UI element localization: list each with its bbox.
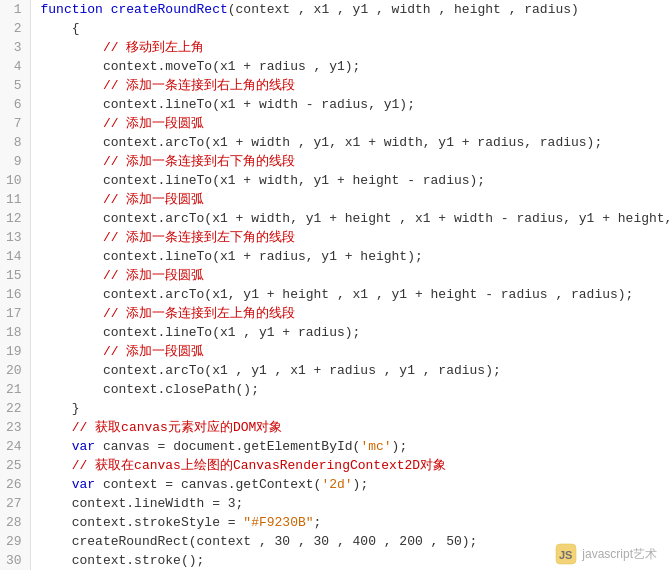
line-number: 27 [0, 494, 30, 513]
code-token: context.lineWidth = 3; [41, 496, 244, 511]
line-number: 26 [0, 475, 30, 494]
code-line: 3 // 移动到左上角 [0, 38, 669, 57]
line-content: // 添加一段圆弧 [30, 190, 669, 209]
code-line: 28 context.strokeStyle = "#F9230B"; [0, 513, 669, 532]
code-token: // 添加一条连接到左上角的线段 [41, 306, 296, 321]
code-token: ); [353, 477, 369, 492]
line-content: var context = canvas.getContext('2d'); [30, 475, 669, 494]
code-viewer: 1function createRoundRect(context , x1 ,… [0, 0, 669, 573]
code-token: y1 [353, 2, 369, 17]
code-token: ); [392, 439, 408, 454]
line-content: context.lineTo(x1 , y1 + radius); [30, 323, 669, 342]
line-content: // 添加一段圆弧 [30, 266, 669, 285]
code-line: 5 // 添加一条连接到右上角的线段 [0, 76, 669, 95]
line-content: context.closePath(); [30, 380, 669, 399]
code-line: 16 context.arcTo(x1, y1 + height , x1 , … [0, 285, 669, 304]
code-line: 27 context.lineWidth = 3; [0, 494, 669, 513]
line-content: } [30, 399, 669, 418]
code-token: // 添加一条连接到右下角的线段 [41, 154, 296, 169]
code-line: 9 // 添加一条连接到右下角的线段 [0, 152, 669, 171]
code-token: // 添加一段圆弧 [41, 116, 205, 131]
code-token: , [368, 2, 391, 17]
line-number: 29 [0, 532, 30, 551]
line-content: // 添加一段圆弧 [30, 342, 669, 361]
code-token: radius [524, 2, 571, 17]
line-content: context.moveTo(x1 + radius , y1); [30, 57, 669, 76]
watermark: JS javascript艺术 [555, 543, 657, 565]
code-token [41, 439, 72, 454]
code-line: 15 // 添加一段圆弧 [0, 266, 669, 285]
code-token: // 获取canvas元素对应的DOM对象 [41, 420, 283, 435]
line-content: context.lineTo(x1 + radius, y1 + height)… [30, 247, 669, 266]
code-line: 8 context.arcTo(x1 + width , y1, x1 + wi… [0, 133, 669, 152]
code-token: ) [571, 2, 579, 17]
line-number: 16 [0, 285, 30, 304]
code-token: createRoundRect [111, 2, 228, 17]
line-number: 17 [0, 304, 30, 323]
line-number: 9 [0, 152, 30, 171]
line-number: 11 [0, 190, 30, 209]
code-token: context.strokeStyle = [41, 515, 244, 530]
code-line: 18 context.lineTo(x1 , y1 + radius); [0, 323, 669, 342]
js-logo-icon: JS [555, 543, 577, 565]
code-token: "#F9230B" [243, 515, 313, 530]
code-line: 4 context.moveTo(x1 + radius , y1); [0, 57, 669, 76]
code-token: , [501, 2, 524, 17]
code-token: // 添加一段圆弧 [41, 344, 205, 359]
line-content: { [30, 19, 669, 38]
code-token: , [290, 2, 313, 17]
code-token: { [41, 21, 80, 36]
svg-text:JS: JS [559, 549, 572, 561]
code-token: context.arcTo(x1 + width , y1, x1 + widt… [41, 135, 603, 150]
code-line: 23 // 获取canvas元素对应的DOM对象 [0, 418, 669, 437]
line-number: 13 [0, 228, 30, 247]
line-number: 25 [0, 456, 30, 475]
line-number: 14 [0, 247, 30, 266]
code-token: context.lineTo(x1 + radius, y1 + height)… [41, 249, 423, 264]
code-line: 19 // 添加一段圆弧 [0, 342, 669, 361]
code-token: , [329, 2, 352, 17]
line-number: 21 [0, 380, 30, 399]
code-token: context.lineTo(x1 , y1 + radius); [41, 325, 361, 340]
code-line: 21 context.closePath(); [0, 380, 669, 399]
line-content: // 添加一条连接到左上角的线段 [30, 304, 669, 323]
line-number: 12 [0, 209, 30, 228]
code-line: 17 // 添加一条连接到左上角的线段 [0, 304, 669, 323]
code-line: 11 // 添加一段圆弧 [0, 190, 669, 209]
line-number: 5 [0, 76, 30, 95]
code-line: 22 } [0, 399, 669, 418]
code-token: context.arcTo(x1 + width, y1 + height , … [41, 211, 670, 226]
code-token: // 添加一条连接到左下角的线段 [41, 230, 296, 245]
code-token: var [72, 477, 95, 492]
line-content: // 添加一段圆弧 [30, 114, 669, 133]
line-number: 28 [0, 513, 30, 532]
line-content: context.lineTo(x1 + width, y1 + height -… [30, 171, 669, 190]
code-line: 1function createRoundRect(context , x1 ,… [0, 0, 669, 19]
line-content: context.lineWidth = 3; [30, 494, 669, 513]
code-token: 'mc' [360, 439, 391, 454]
code-token: context.arcTo(x1, y1 + height , x1 , y1 … [41, 287, 634, 302]
code-line: 10 context.lineTo(x1 + width, y1 + heigh… [0, 171, 669, 190]
code-token: // 添加一条连接到右上角的线段 [41, 78, 296, 93]
line-content: // 获取在canvas上绘图的CanvasRenderingContext2D… [30, 456, 669, 475]
line-content: // 获取canvas元素对应的DOM对象 [30, 418, 669, 437]
code-token: context.moveTo(x1 + radius , y1); [41, 59, 361, 74]
line-content: context.arcTo(x1 + width, y1 + height , … [30, 209, 669, 228]
code-token: context.lineTo(x1 + width - radius, y1); [41, 97, 415, 112]
line-number: 22 [0, 399, 30, 418]
line-number: 19 [0, 342, 30, 361]
code-token: // 添加一段圆弧 [41, 192, 205, 207]
line-number: 10 [0, 171, 30, 190]
line-content: // 添加一条连接到左下角的线段 [30, 228, 669, 247]
code-token: function [41, 2, 111, 17]
line-content: // 添加一条连接到右上角的线段 [30, 76, 669, 95]
code-token: height [454, 2, 501, 17]
code-line: 25 // 获取在canvas上绘图的CanvasRenderingContex… [0, 456, 669, 475]
code-line: 12 context.arcTo(x1 + width, y1 + height… [0, 209, 669, 228]
code-line: 6 context.lineTo(x1 + width - radius, y1… [0, 95, 669, 114]
line-number: 3 [0, 38, 30, 57]
code-token: width [392, 2, 431, 17]
code-token: } [41, 401, 80, 416]
line-number: 23 [0, 418, 30, 437]
code-token: context.closePath(); [41, 382, 259, 397]
